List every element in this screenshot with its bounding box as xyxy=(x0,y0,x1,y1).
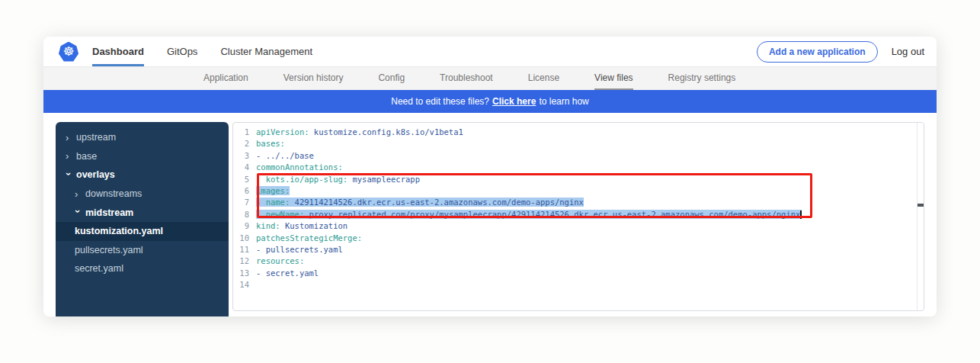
secondary-tab-view-files[interactable]: View files xyxy=(594,67,633,90)
secondary-tab-troubleshoot[interactable]: Troubleshoot xyxy=(440,67,493,90)
code-line[interactable]: 8 newName: proxy.replicated.com/proxy/my… xyxy=(233,209,915,220)
secondary-tab-config[interactable]: Config xyxy=(378,67,405,90)
code-line[interactable]: 7- name: 429114214526.dkr.ecr.us-east-2.… xyxy=(233,197,915,208)
line-number: 13 xyxy=(233,268,256,279)
line-number: 6 xyxy=(233,185,256,197)
logout-link[interactable]: Log out xyxy=(892,46,924,57)
line-number: 14 xyxy=(233,279,256,291)
code-line[interactable]: 14 xyxy=(233,279,915,291)
tree-item-label: secret.yaml xyxy=(75,263,123,274)
primary-tab-dashboard[interactable]: Dashboard xyxy=(92,37,144,66)
line-number: 12 xyxy=(233,255,256,267)
secondary-tab-application[interactable]: Application xyxy=(203,67,248,90)
line-number: 9 xyxy=(233,220,256,232)
banner-text-prefix: Need to edit these files? xyxy=(391,96,489,107)
line-number: 7 xyxy=(233,197,256,208)
click-here-link[interactable]: Click here xyxy=(492,96,536,107)
chevron-down-icon: › xyxy=(73,210,83,217)
line-content: patchesStrategicMerge: xyxy=(256,233,362,244)
yaml-file-editor[interactable]: 1apiVersion: kustomize.config.k8s.io/v1b… xyxy=(232,122,924,311)
line-content: bases: xyxy=(256,138,285,149)
tree-item-label: pullsecrets.yaml xyxy=(75,245,143,255)
code-line[interactable]: 9kind: Kustomization xyxy=(233,220,915,232)
code-line[interactable]: 4commonAnnotations: xyxy=(233,162,915,173)
file-item-kustomization-yaml[interactable]: kustomization.yaml xyxy=(56,222,229,241)
line-number: 2 xyxy=(233,138,256,149)
secondary-tab-registry-settings[interactable]: Registry settings xyxy=(668,67,736,90)
line-number: 11 xyxy=(233,244,256,255)
code-area[interactable]: 1apiVersion: kustomize.config.k8s.io/v1b… xyxy=(233,127,915,291)
edit-files-banner: Need to edit these files? Click here to … xyxy=(43,90,937,113)
secondary-tab-version-history[interactable]: Version history xyxy=(283,67,344,90)
line-content: - secret.yaml xyxy=(256,268,319,279)
file-tree-sidebar: ›upstream›base›overlays›downstreams›mids… xyxy=(56,122,229,316)
folder-item-base[interactable]: ›base xyxy=(56,147,229,166)
file-item-secret-yaml[interactable]: secret.yaml xyxy=(56,259,229,278)
folder-item-overlays[interactable]: ›overlays xyxy=(56,165,229,185)
top-nav-spacer xyxy=(312,37,757,66)
chevron-right-icon: › xyxy=(66,133,72,143)
line-number: 4 xyxy=(233,162,256,173)
primary-tabs: DashboardGitOpsCluster Management xyxy=(92,37,312,66)
code-line[interactable]: 12resources: xyxy=(233,255,915,267)
add-new-application-button[interactable]: Add a new application xyxy=(757,41,878,63)
chevron-down-icon: › xyxy=(64,172,74,179)
line-content: newName: proxy.replicated.com/proxy/mysa… xyxy=(256,209,802,220)
tree-item-label: overlays xyxy=(76,169,115,180)
line-number: 3 xyxy=(233,150,256,162)
line-content: apiVersion: kustomize.config.k8s.io/v1be… xyxy=(256,127,463,138)
secondary-tabs: ApplicationVersion historyConfigTroubles… xyxy=(43,67,937,90)
folder-item-downstreams[interactable]: ›downstreams xyxy=(56,185,229,204)
file-item-pullsecrets-yaml[interactable]: pullsecrets.yaml xyxy=(56,241,229,260)
code-line[interactable]: 11- pullsecrets.yaml xyxy=(233,244,915,255)
line-content: - name: 429114214526.dkr.ecr.us-east-2.a… xyxy=(256,197,584,208)
admin-console-window: ☸ DashboardGitOpsCluster Management Add … xyxy=(43,37,937,316)
code-line[interactable]: 5 kots.io/app-slug: mysampleecrapp xyxy=(233,174,915,185)
code-line[interactable]: 10patchesStrategicMerge: xyxy=(233,233,915,244)
folder-item-midstream[interactable]: ›midstream xyxy=(56,203,229,222)
line-number: 8 xyxy=(233,209,256,220)
tree-item-label: downstreams xyxy=(85,188,142,199)
code-line[interactable]: 2bases: xyxy=(233,138,915,149)
view-files-content: ›upstream›base›overlays›downstreams›mids… xyxy=(43,113,937,316)
code-line[interactable]: 6images: xyxy=(233,185,915,197)
line-content: - ../../base xyxy=(256,150,314,162)
code-line[interactable]: 1apiVersion: kustomize.config.k8s.io/v1b… xyxy=(233,127,915,138)
kubernetes-logo-icon: ☸ xyxy=(59,42,78,62)
tree-item-label: kustomization.yaml xyxy=(75,226,163,236)
code-line[interactable]: 13- secret.yaml xyxy=(233,268,915,279)
line-content: images: xyxy=(256,185,290,197)
text-cursor xyxy=(800,210,802,219)
line-content: kots.io/app-slug: mysampleecrapp xyxy=(256,174,420,185)
chevron-right-icon: › xyxy=(66,151,72,161)
tree-item-label: midstream xyxy=(85,207,133,218)
tree-item-label: upstream xyxy=(76,132,116,143)
tree-item-label: base xyxy=(76,151,97,162)
primary-tab-gitops[interactable]: GitOps xyxy=(167,37,197,66)
editor-scrollbar[interactable] xyxy=(917,123,924,310)
banner-text-suffix: to learn how xyxy=(539,96,588,107)
line-content: - pullsecrets.yaml xyxy=(256,244,343,255)
line-number: 10 xyxy=(233,233,256,244)
scrollbar-thumb[interactable] xyxy=(918,204,924,207)
line-content: resources: xyxy=(256,255,304,267)
code-line[interactable]: 3- ../../base xyxy=(233,150,915,162)
top-nav-bar: ☸ DashboardGitOpsCluster Management Add … xyxy=(43,37,937,67)
folder-item-upstream[interactable]: ›upstream xyxy=(56,128,229,147)
line-number: 5 xyxy=(233,174,256,185)
primary-tab-cluster-management[interactable]: Cluster Management xyxy=(220,37,312,66)
line-number: 1 xyxy=(233,127,256,138)
line-content: commonAnnotations: xyxy=(256,162,343,173)
chevron-right-icon: › xyxy=(75,189,82,199)
secondary-tab-license[interactable]: License xyxy=(528,67,559,90)
line-content: kind: Kustomization xyxy=(256,220,347,232)
